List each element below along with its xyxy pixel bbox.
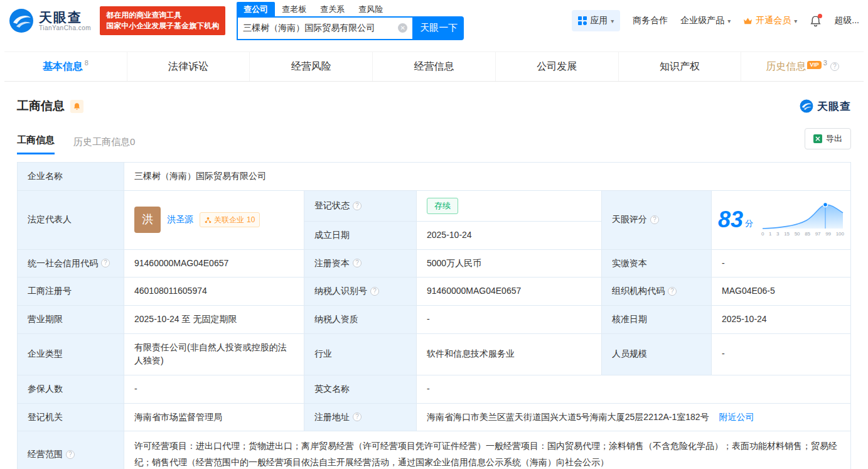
company-name-value: 三棵树（海南）国际贸易有限公司 bbox=[124, 163, 851, 191]
staff-size-label: 人员规模 bbox=[602, 333, 712, 375]
vip-badge: VIP bbox=[807, 61, 822, 69]
apps-menu[interactable]: 应用 ▾ bbox=[572, 10, 620, 31]
tab-operating-risk[interactable]: 经营风险 bbox=[250, 52, 373, 81]
section-header: 工商信息 天眼查 bbox=[17, 98, 851, 114]
paid-capital-label: 实缴资本 bbox=[602, 249, 712, 278]
reg-capital-value: 5000万人民币 bbox=[417, 249, 602, 278]
search-tab-company[interactable]: 查公司 bbox=[237, 2, 275, 16]
search-input-wrap: ✕ bbox=[237, 16, 414, 40]
org-code-value: MAG04E06-5 bbox=[712, 278, 851, 306]
tab-count: 3 bbox=[823, 59, 827, 67]
promo-line2: 国家中小企业发展子基金旗下机构 bbox=[106, 21, 219, 31]
help-icon[interactable]: ? bbox=[66, 450, 75, 459]
section-title: 工商信息 bbox=[17, 98, 65, 114]
tianyancha-logo-icon bbox=[9, 8, 34, 33]
tab-operating-info[interactable]: 经营信息 bbox=[373, 52, 496, 81]
company-nav-tabs: 基本信息 8 法律诉讼 经营风险 经营信息 公司发展 知识产权 历史信息 VIP… bbox=[4, 51, 864, 82]
search-button[interactable]: 天眼一下 bbox=[414, 16, 464, 40]
reg-address-value: 海南省海口市美兰区蓝天街道国兴大道5号海南大厦25层2212A-1室182号 附… bbox=[417, 403, 851, 431]
legal-rep-value: 洪 洪圣源 关联企业 10 bbox=[124, 190, 304, 249]
approval-date-label: 核准日期 bbox=[602, 305, 712, 333]
apps-label: 应用 bbox=[590, 15, 608, 26]
business-info-table: 企业名称 三棵树（海南）国际贸易有限公司 法定代表人 洪 洪圣源 bbox=[17, 162, 851, 469]
subtab-business-info[interactable]: 工商信息 bbox=[17, 134, 55, 154]
credit-code-label: 统一社会信用代码? bbox=[18, 249, 124, 278]
table-row: 企业名称 三棵树（海南）国际贸易有限公司 bbox=[18, 163, 851, 191]
export-button[interactable]: 导出 bbox=[805, 128, 851, 149]
related-companies-count: 10 bbox=[247, 214, 255, 226]
reg-authority-label: 登记机关 bbox=[18, 403, 124, 431]
help-icon[interactable]: ? bbox=[353, 202, 362, 210]
reg-capital-label: 注册资本? bbox=[304, 249, 417, 278]
credit-code-value: 91460000MAG04E0657 bbox=[124, 249, 304, 278]
super-vip-menu[interactable]: 超级... bbox=[834, 15, 859, 26]
legal-rep-name-link[interactable]: 洪圣源 bbox=[167, 213, 193, 227]
header-menu: 应用 ▾ 商务合作 企业级产品 ▾ 开通会员 ▾ 超级... bbox=[572, 10, 859, 31]
tab-legal-proceedings[interactable]: 法律诉讼 bbox=[127, 52, 250, 81]
table-row: 营业期限 2025-10-24 至 无固定期限 纳税人资质 - 核准日期 202… bbox=[18, 305, 851, 333]
notifications-bell[interactable] bbox=[810, 15, 822, 27]
help-icon[interactable]: ? bbox=[370, 287, 379, 296]
clear-icon[interactable]: ✕ bbox=[398, 23, 407, 33]
subscribe-bell-button[interactable] bbox=[70, 100, 83, 113]
open-vip-menu[interactable]: 开通会员 ▾ bbox=[743, 15, 797, 26]
score-value: 83 分 bbox=[712, 190, 851, 249]
excel-icon bbox=[813, 134, 822, 143]
taxpayer-id-label: 纳税人识别号? bbox=[304, 278, 417, 306]
nearby-companies-link[interactable]: 附近公司 bbox=[719, 412, 754, 422]
english-name-label: 英文名称 bbox=[304, 375, 417, 403]
chevron-down-icon: ▾ bbox=[611, 18, 614, 24]
score-curve bbox=[761, 201, 844, 230]
insured-count-label: 参保人数 bbox=[18, 375, 124, 403]
help-icon[interactable]: ? bbox=[101, 259, 110, 267]
company-type-label: 企业类型 bbox=[18, 333, 124, 375]
related-companies-tag[interactable]: 关联企业 10 bbox=[200, 212, 260, 228]
search-tab-boss[interactable]: 查老板 bbox=[275, 2, 313, 16]
bell-icon bbox=[73, 102, 81, 111]
legal-rep-avatar[interactable]: 洪 bbox=[134, 207, 161, 233]
related-companies-icon bbox=[205, 217, 212, 224]
tab-intellectual-property[interactable]: 知识产权 bbox=[619, 52, 742, 81]
tianyancha-logo[interactable]: 天眼查 TianYanCha.com bbox=[9, 8, 91, 33]
reg-number-value: 460108011605974 bbox=[124, 278, 304, 306]
paid-capital-value: - bbox=[712, 249, 851, 278]
business-term-label: 营业期限 bbox=[18, 305, 124, 333]
table-row: 参保人数 - 英文名称 - bbox=[18, 375, 851, 403]
promo-banner: 都在用的商业查询工具 国家中小企业发展子基金旗下机构 bbox=[100, 6, 225, 35]
tab-history-info[interactable]: 历史信息 VIP 3 ? bbox=[741, 52, 864, 81]
score-axis: 0131550859799100 bbox=[761, 230, 844, 238]
help-icon[interactable]: ? bbox=[353, 412, 362, 421]
search-block: 查公司 查老板 查关系 查风险 ✕ 天眼一下 bbox=[237, 2, 464, 40]
approval-date-value: 2025-10-24 bbox=[712, 305, 851, 333]
business-cooperation-link[interactable]: 商务合作 bbox=[633, 15, 668, 26]
search-input[interactable] bbox=[243, 23, 398, 33]
establish-date-value: 2025-10-24 bbox=[417, 221, 602, 249]
taxpayer-quality-label: 纳税人资质 bbox=[304, 305, 417, 333]
legal-rep-label: 法定代表人 bbox=[18, 190, 124, 249]
table-row: 登记机关 海南省市场监督管理局 注册地址? 海南省海口市美兰区蓝天街道国兴大道5… bbox=[18, 403, 851, 431]
company-name-label: 企业名称 bbox=[18, 163, 124, 191]
chevron-down-icon: ▾ bbox=[794, 18, 797, 24]
company-type-value: 有限责任公司(非自然人投资或控股的法人独资) bbox=[124, 333, 304, 375]
score-unit: 分 bbox=[745, 217, 753, 230]
help-icon[interactable]: ? bbox=[668, 287, 677, 296]
help-icon[interactable]: ? bbox=[830, 62, 839, 71]
taxpayer-id-value: 91460000MAG04E0657 bbox=[417, 278, 602, 306]
help-icon[interactable]: ? bbox=[650, 215, 659, 224]
status-badge: 存续 bbox=[427, 198, 458, 214]
tab-count: 8 bbox=[85, 59, 88, 67]
business-scope-label: 经营范围? bbox=[18, 431, 124, 469]
tianyancha-logo-icon bbox=[800, 99, 813, 113]
subtab-history-business-info[interactable]: 历史工商信息0 bbox=[73, 136, 135, 154]
notification-dot bbox=[818, 14, 822, 18]
help-icon[interactable]: ? bbox=[353, 259, 362, 267]
search-tabs: 查公司 查老板 查关系 查风险 bbox=[237, 2, 464, 16]
search-tab-relation[interactable]: 查关系 bbox=[313, 2, 351, 16]
industry-value: 软件和信息技术服务业 bbox=[417, 333, 602, 375]
enterprise-products-menu[interactable]: 企业级产品 ▾ bbox=[680, 15, 731, 26]
apps-grid-icon bbox=[578, 16, 587, 25]
tab-basic-info[interactable]: 基本信息 8 bbox=[4, 52, 127, 81]
tab-company-development[interactable]: 公司发展 bbox=[496, 52, 619, 81]
table-row: 企业类型 有限责任公司(非自然人投资或控股的法人独资) 行业 软件和信息技术服务… bbox=[18, 333, 851, 375]
search-tab-risk[interactable]: 查风险 bbox=[351, 2, 390, 16]
